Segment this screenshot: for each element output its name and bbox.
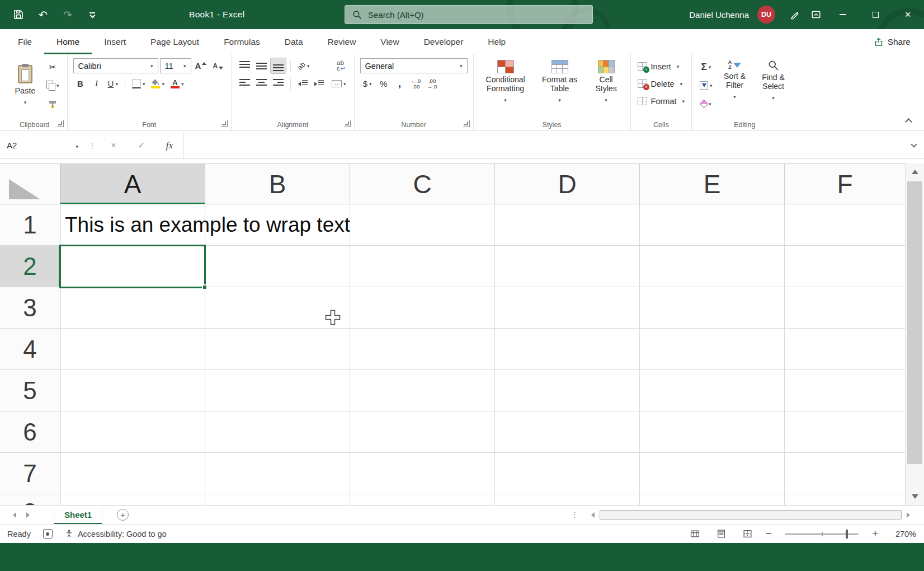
find-select-button[interactable]: Find & Select: [755, 58, 792, 102]
cell[interactable]: [495, 287, 640, 329]
page-layout-view-button[interactable]: [716, 529, 726, 539]
cell[interactable]: [60, 453, 205, 494]
cell[interactable]: [205, 370, 350, 411]
cell[interactable]: [205, 411, 350, 453]
cell[interactable]: [350, 453, 495, 494]
vertical-scrollbar[interactable]: [905, 163, 924, 505]
cell[interactable]: [785, 370, 905, 411]
name-box-splitter[interactable]: [85, 141, 100, 149]
cell[interactable]: [495, 453, 640, 494]
cell[interactable]: [350, 287, 495, 329]
insert-function-button[interactable]: fx: [155, 132, 183, 158]
cell-a1-text[interactable]: This is an example to wrap text: [65, 204, 350, 246]
clear-button[interactable]: [697, 96, 715, 111]
cell[interactable]: [640, 329, 785, 370]
bottom-align-button[interactable]: [271, 58, 286, 73]
tab-insert[interactable]: Insert: [92, 29, 138, 54]
cell[interactable]: [205, 453, 350, 494]
cell[interactable]: [350, 329, 495, 370]
minimize-button[interactable]: [827, 0, 859, 29]
row-header-2[interactable]: 2: [0, 246, 60, 287]
cell[interactable]: [205, 329, 350, 370]
horizontal-scroll-thumb[interactable]: [600, 510, 902, 519]
cell[interactable]: [60, 411, 205, 453]
number-dialog-launcher[interactable]: [463, 120, 470, 127]
sheet-tab-sheet1[interactable]: Sheet1: [54, 506, 102, 524]
zoom-slider-thumb[interactable]: [846, 530, 848, 539]
zoom-slider[interactable]: [785, 530, 859, 539]
format-as-table-button[interactable]: Format as Table: [534, 58, 586, 105]
align-left-button[interactable]: [237, 76, 252, 91]
redo-button[interactable]: ↷: [57, 4, 78, 25]
cell[interactable]: [350, 494, 495, 505]
align-right-button[interactable]: [271, 76, 286, 91]
cell[interactable]: [495, 494, 640, 505]
decrease-font-size-button[interactable]: A: [210, 58, 225, 73]
decrease-decimal-button[interactable]: .00→.0: [425, 76, 440, 91]
decrease-indent-button[interactable]: [295, 76, 310, 91]
column-header-e[interactable]: E: [640, 164, 785, 204]
macro-record-icon[interactable]: [43, 529, 53, 539]
tab-view[interactable]: View: [368, 29, 411, 54]
font-family-select[interactable]: Calibri: [73, 58, 158, 73]
undo-button[interactable]: ↶: [32, 4, 54, 25]
font-dialog-launcher[interactable]: [221, 120, 228, 127]
cell[interactable]: [205, 494, 350, 505]
sort-filter-button[interactable]: AZ Sort & Filter: [716, 58, 753, 101]
cell[interactable]: [785, 411, 905, 453]
merge-center-button[interactable]: [329, 76, 348, 91]
vertical-scroll-thumb[interactable]: [907, 181, 922, 464]
cell[interactable]: [60, 494, 205, 505]
cell[interactable]: [495, 411, 640, 453]
cell[interactable]: [640, 494, 785, 505]
zoom-in-button[interactable]: +: [872, 528, 878, 540]
hscroll-right-button[interactable]: [902, 506, 915, 524]
middle-align-button[interactable]: [254, 58, 269, 73]
top-align-button[interactable]: [237, 58, 252, 73]
hscroll-left-button[interactable]: [586, 506, 600, 524]
italic-button[interactable]: I: [89, 76, 104, 91]
cell-styles-button[interactable]: Cell Styles: [588, 58, 625, 105]
page-break-preview-button[interactable]: [743, 529, 752, 539]
orientation-button[interactable]: ab: [295, 58, 312, 73]
customize-quick-access-toolbar-button[interactable]: [82, 4, 103, 25]
clipboard-dialog-launcher[interactable]: [57, 120, 64, 127]
name-box[interactable]: A2: [0, 132, 85, 158]
autosum-button[interactable]: Σ: [697, 59, 715, 74]
cell[interactable]: [495, 329, 640, 370]
cell[interactable]: [350, 370, 495, 411]
tab-developer[interactable]: Developer: [412, 29, 476, 54]
cell[interactable]: [640, 370, 785, 411]
tab-data[interactable]: Data: [272, 29, 315, 54]
borders-button[interactable]: [130, 76, 148, 91]
cell[interactable]: [640, 287, 785, 329]
row-header-6[interactable]: 6: [0, 411, 60, 453]
tab-home[interactable]: Home: [44, 29, 92, 54]
copy-button[interactable]: [44, 78, 62, 93]
ribbon-display-options-button[interactable]: [805, 4, 827, 25]
font-color-button[interactable]: A: [168, 76, 186, 91]
share-button[interactable]: Share: [874, 29, 911, 54]
zoom-percentage[interactable]: 270%: [892, 530, 916, 539]
expand-formula-bar-button[interactable]: [904, 132, 924, 158]
scroll-up-button[interactable]: [906, 163, 924, 180]
row-header-8[interactable]: 8: [0, 494, 60, 505]
tab-splitter-grip[interactable]: [571, 511, 578, 519]
sheet-nav-left-button[interactable]: [8, 506, 21, 524]
cell[interactable]: [640, 246, 785, 287]
increase-indent-button[interactable]: [312, 76, 326, 91]
row-header-1[interactable]: 1: [0, 204, 60, 246]
cell[interactable]: [640, 204, 785, 246]
cell[interactable]: [350, 204, 495, 246]
column-header-f[interactable]: F: [785, 164, 905, 204]
cell[interactable]: [785, 246, 905, 287]
conditional-formatting-button[interactable]: Conditional Formatting: [479, 58, 532, 105]
cell[interactable]: [495, 204, 640, 246]
align-center-button[interactable]: [254, 76, 269, 91]
insert-cells-button[interactable]: Insert: [637, 58, 686, 74]
cell[interactable]: [785, 287, 905, 329]
fill-handle[interactable]: [202, 284, 208, 290]
cell[interactable]: [785, 453, 905, 494]
tab-page-layout[interactable]: Page Layout: [138, 29, 211, 54]
normal-view-button[interactable]: [690, 529, 700, 539]
